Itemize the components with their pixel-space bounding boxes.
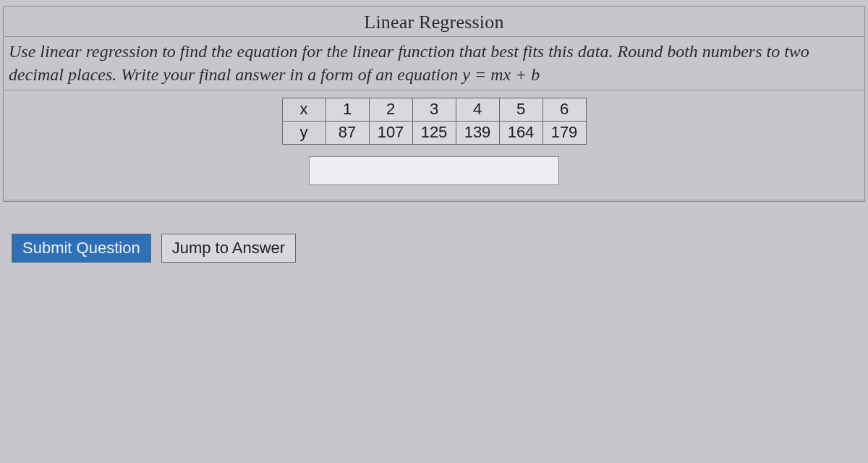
instruction-text: Use linear regression to find the equati… [9, 42, 809, 84]
data-and-answer-row: x 1 2 3 4 5 6 y 87 107 125 139 164 179 [4, 90, 864, 200]
y-cell: 164 [499, 121, 542, 144]
y-cell: 179 [542, 121, 586, 144]
jump-to-answer-button[interactable]: Jump to Answer [161, 234, 297, 263]
y-cell: 139 [456, 121, 499, 144]
question-title: Linear Regression [4, 7, 864, 37]
equation-form: y = mx + b [462, 65, 540, 84]
data-table: x 1 2 3 4 5 6 y 87 107 125 139 164 179 [282, 98, 587, 145]
submit-question-button[interactable]: Submit Question [12, 234, 151, 263]
table-row: x 1 2 3 4 5 6 [282, 98, 586, 121]
x-cell: 3 [412, 98, 456, 121]
row-x-header: x [282, 98, 326, 121]
x-cell: 4 [456, 98, 499, 121]
table-row: y 87 107 125 139 164 179 [282, 121, 586, 144]
x-cell: 5 [499, 98, 542, 121]
y-cell: 107 [369, 121, 412, 144]
question-instruction: Use linear regression to find the equati… [4, 37, 864, 90]
action-bar: Submit Question Jump to Answer [3, 202, 865, 263]
x-cell: 2 [369, 98, 412, 121]
question-panel: Linear Regression Use linear regression … [3, 6, 865, 202]
answer-input[interactable] [309, 156, 559, 185]
x-cell: 6 [542, 98, 586, 121]
x-cell: 1 [326, 98, 369, 121]
y-cell: 87 [326, 121, 369, 144]
row-y-header: y [282, 121, 326, 144]
y-cell: 125 [412, 121, 456, 144]
